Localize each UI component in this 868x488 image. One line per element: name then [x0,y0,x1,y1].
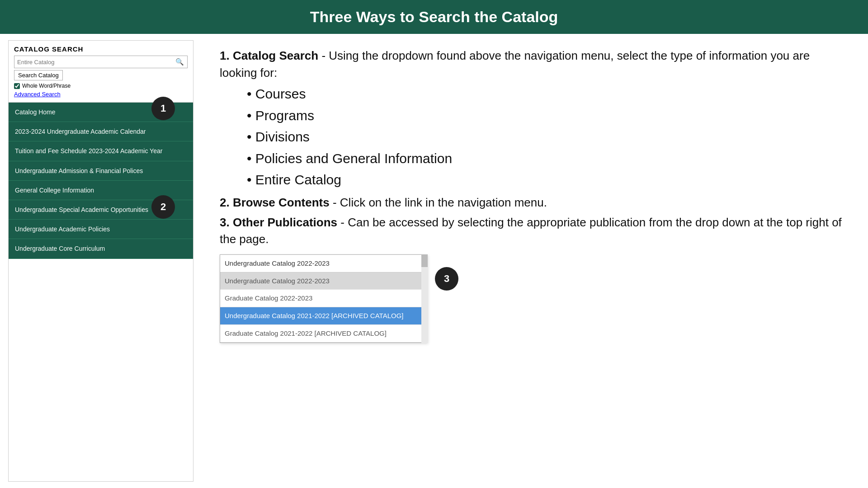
bullet-list: Courses Programs Divisions Policies and … [247,84,845,190]
search-icon-button[interactable]: 🔍 [172,56,187,68]
badge-2: 2 [151,195,175,219]
whole-word-row: Whole Word/Phrase [14,83,188,89]
nav-item-admission[interactable]: Undergraduate Admission & Financial Poli… [9,161,193,181]
bullet-entire-catalog: Entire Catalog [247,170,845,190]
scrollbar-thumb[interactable] [421,254,428,267]
bullet-divisions: Divisions [247,127,845,147]
point1-label: 1. Catalog Search [220,49,318,62]
dropdown-preview[interactable]: Undergraduate Catalog 2022-2023 Undergra… [220,254,428,343]
bullet-policies: Policies and General Information [247,149,845,169]
dropdown-option-3[interactable]: Undergraduate Catalog 2021-2022 [ARCHIVE… [220,307,427,325]
catalog-search-title: CATALOG SEARCH [14,45,188,53]
header-title: Three Ways to Search the Catalog [310,8,558,25]
badge-3: 3 [435,267,458,291]
scrollbar[interactable] [421,254,428,343]
nav-item-academic-calendar[interactable]: 2023-2024 Undergraduate Academic Calenda… [9,122,193,141]
point3-label: 3. Other Publications [220,216,337,229]
sidebar: 1 2 CATALOG SEARCH 🔍 Search Catalog Whol… [8,40,193,482]
point2-label: 2. Browse Contents [220,196,330,209]
catalog-search-section: CATALOG SEARCH 🔍 Search Catalog Whole Wo… [9,41,193,103]
point1-paragraph: 1. Catalog Search - Using the dropdown f… [220,47,845,81]
point2-paragraph: 2. Browse Contents - Click on the link i… [220,194,845,211]
badge-1: 1 [151,97,175,120]
bullet-courses: Courses [247,84,845,104]
search-catalog-button[interactable]: Search Catalog [14,70,63,80]
dropdown-option-1[interactable]: Undergraduate Catalog 2022-2023 [220,272,427,290]
nav-item-tuition[interactable]: Tuition and Fee Schedule 2023-2024 Acade… [9,141,193,161]
dropdown-preview-wrapper: Undergraduate Catalog 2022-2023 Undergra… [220,254,428,343]
nav-item-core-curriculum[interactable]: Undergraduate Core Curriculum [9,239,193,258]
nav-items: Catalog Home 2023-2024 Undergraduate Aca… [9,103,193,259]
bullet-programs: Programs [247,106,845,126]
dropdown-option-2[interactable]: Graduate Catalog 2022-2023 [220,290,427,307]
search-input[interactable] [14,57,172,67]
page-header: Three Ways to Search the Catalog [0,0,868,34]
whole-word-label: Whole Word/Phrase [22,83,71,89]
whole-word-checkbox[interactable] [14,83,20,89]
dropdown-option-0[interactable]: Undergraduate Catalog 2022-2023 [220,255,427,272]
point2-text: - Click on the link in the navigation me… [330,196,547,209]
search-input-row[interactable]: 🔍 [14,56,188,68]
dropdown-option-4[interactable]: Graduate Catalog 2021-2022 [ARCHIVED CAT… [220,325,427,343]
point3-paragraph: 3. Other Publications - Can be accessed … [220,214,845,248]
content-area: 1. Catalog Search - Using the dropdown f… [202,34,868,488]
nav-item-academic-policies[interactable]: Undergraduate Academic Policies [9,220,193,239]
